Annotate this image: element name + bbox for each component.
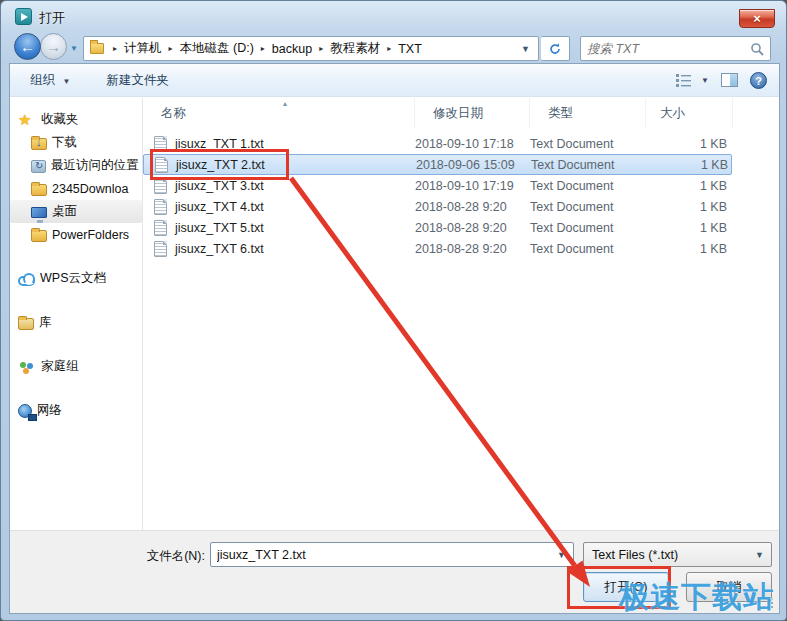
sidebar-item-label: WPS云文档 — [40, 270, 106, 287]
sidebar-item-收藏夹[interactable]: 收藏夹 — [10, 108, 142, 131]
new-folder-label: 新建文件夹 — [106, 73, 169, 87]
search-icon — [750, 42, 764, 56]
refresh-button[interactable] — [541, 36, 570, 61]
file-type-cell: Text Document — [530, 221, 646, 235]
sidebar-item-PowerFolders[interactable]: PowerFolders — [10, 223, 142, 246]
address-dropdown-caret-icon[interactable]: ▼ — [517, 44, 534, 54]
column-header-修改日期[interactable]: 修改日期 — [415, 98, 530, 128]
breadcrumb: ▸计算机▸本地磁盘 (D:)▸backup▸教程素材▸TXT — [106, 40, 517, 57]
sidebar-item-桌面[interactable]: 桌面 — [10, 200, 142, 223]
sort-ascending-icon: ▴ — [283, 99, 287, 108]
sidebar-item-网络[interactable]: 网络 — [10, 399, 142, 422]
annotation-highlight-file — [150, 149, 289, 180]
preview-pane-button[interactable] — [721, 73, 738, 87]
filename-combobox[interactable]: ▼ — [210, 542, 574, 567]
address-breadcrumb-box[interactable]: ▸计算机▸本地磁盘 (D:)▸backup▸教程素材▸TXT ▼ — [83, 36, 539, 61]
file-type-cell: Text Document — [530, 179, 646, 193]
download-folder-icon — [31, 138, 47, 150]
column-header-名称[interactable]: 名称 — [143, 98, 415, 128]
breadcrumb-separator-icon: ▸ — [319, 44, 323, 53]
file-date-cell: 2018-08-28 9:20 — [415, 221, 530, 235]
sidebar-item-label: 家庭组 — [41, 358, 79, 375]
sidebar-item-库[interactable]: 库 — [10, 311, 142, 334]
folder-icon — [90, 43, 104, 54]
sidebar-item-label: 收藏夹 — [41, 111, 79, 128]
file-date-cell: 2018-09-10 17:19 — [415, 179, 530, 193]
organize-label: 组织 — [30, 73, 55, 87]
breadcrumb-item[interactable]: TXT — [398, 42, 422, 56]
file-name: jisuxz_TXT 6.txt — [175, 242, 264, 256]
search-input[interactable] — [587, 42, 750, 56]
breadcrumb-item[interactable]: 计算机 — [124, 40, 162, 57]
sidebar-item-家庭组[interactable]: 家庭组 — [10, 355, 142, 378]
sidebar-item-label: PowerFolders — [52, 228, 129, 242]
sidebar-item-2345Downloa[interactable]: 2345Downloa — [10, 177, 142, 200]
sidebar-item-label: 下载 — [52, 134, 77, 151]
file-size-cell: 1 KB — [646, 200, 733, 214]
close-button[interactable]: × — [739, 9, 775, 28]
file-size-cell: 1 KB — [647, 158, 734, 172]
search-field[interactable] — [580, 36, 771, 61]
filetype-select[interactable]: Text Files (*.txt) ▼ — [583, 542, 772, 567]
sidebar-item-最近访问的位置[interactable]: 最近访问的位置 — [10, 154, 142, 177]
breadcrumb-item[interactable]: 本地磁盘 (D:) — [180, 40, 254, 57]
breadcrumb-separator-icon: ▸ — [113, 44, 117, 53]
change-view-button[interactable]: ▼ — [675, 73, 709, 87]
dialog-client-area: 组织 ▼ 新建文件夹 ▼ ? 收藏夹下载最近访问的位置2345Do — [9, 63, 780, 614]
table-row[interactable]: jisuxz_TXT 4.txt2018-08-28 9:20Text Docu… — [143, 196, 732, 217]
sidebar-section: 家庭组 — [10, 355, 142, 378]
sidebar-section: 收藏夹下载最近访问的位置2345Downloa桌面PowerFolders — [10, 108, 142, 246]
sidebar-item-下载[interactable]: 下载 — [10, 131, 142, 154]
sidebar-item-label: 网络 — [37, 402, 62, 419]
file-date-cell: 2018-08-28 9:20 — [415, 200, 530, 214]
sidebar-section: 网络 — [10, 399, 142, 422]
back-button[interactable]: ← — [14, 33, 41, 60]
breadcrumb-item[interactable]: backup — [272, 42, 312, 56]
help-button[interactable]: ? — [750, 72, 767, 89]
file-size-cell: 1 KB — [646, 137, 733, 151]
breadcrumb-separator-icon: ▸ — [169, 44, 173, 53]
homegroup-icon — [18, 360, 36, 376]
file-type-cell: Text Document — [530, 200, 646, 214]
chevron-down-icon: ▼ — [748, 550, 771, 560]
filename-input[interactable] — [211, 548, 550, 562]
sidebar-item-WPS云文档[interactable]: WPS云文档 — [10, 267, 142, 290]
column-header-类型[interactable]: 类型 — [530, 98, 646, 128]
refresh-icon — [548, 42, 562, 56]
table-row[interactable]: jisuxz_TXT 6.txt2018-08-28 9:20Text Docu… — [143, 238, 732, 259]
chevron-down-icon: ▼ — [701, 76, 709, 85]
file-date-cell: 2018-09-10 17:18 — [415, 137, 530, 151]
star-icon — [18, 112, 36, 128]
file-size-cell: 1 KB — [646, 179, 733, 193]
organize-button[interactable]: 组织 ▼ — [22, 68, 78, 93]
table-row[interactable]: jisuxz_TXT 5.txt2018-08-28 9:20Text Docu… — [143, 217, 732, 238]
sidebar-section: WPS云文档 — [10, 267, 142, 290]
folder-icon — [31, 184, 47, 196]
recent-places-icon — [31, 160, 46, 173]
navigation-pane: 收藏夹下载最近访问的位置2345Downloa桌面PowerFoldersWPS… — [10, 98, 142, 530]
forward-button[interactable]: → — [40, 33, 67, 60]
text-document-icon — [154, 220, 167, 236]
recent-pages-caret-icon[interactable]: ▼ — [70, 44, 78, 53]
breadcrumb-separator-icon: ▸ — [261, 44, 265, 53]
new-folder-button[interactable]: 新建文件夹 — [98, 68, 177, 93]
column-header-大小[interactable]: 大小 — [646, 98, 733, 128]
breadcrumb-item[interactable]: 教程素材 — [330, 40, 380, 57]
file-size-cell: 1 KB — [646, 242, 733, 256]
titlebar[interactable]: 打开 × — [1, 1, 786, 31]
filename-label: 文件名(N): — [130, 548, 205, 565]
command-toolbar: 组织 ▼ 新建文件夹 ▼ ? — [10, 64, 779, 97]
cloud-icon — [18, 276, 35, 286]
file-date-cell: 2018-08-28 9:20 — [415, 242, 530, 256]
folder-icon — [31, 230, 47, 242]
file-name-cell: jisuxz_TXT 4.txt — [143, 199, 415, 215]
sidebar-item-label: 库 — [39, 314, 52, 331]
chevron-down-icon: ▼ — [62, 77, 70, 86]
chevron-down-icon[interactable]: ▼ — [550, 550, 573, 560]
breadcrumb-separator-icon: ▸ — [387, 44, 391, 53]
list-view-icon — [675, 73, 692, 87]
file-type-cell: Text Document — [531, 158, 647, 172]
filetype-value: Text Files (*.txt) — [592, 548, 678, 562]
file-name: jisuxz_TXT 3.txt — [175, 179, 264, 193]
sidebar-item-label: 桌面 — [52, 203, 77, 220]
